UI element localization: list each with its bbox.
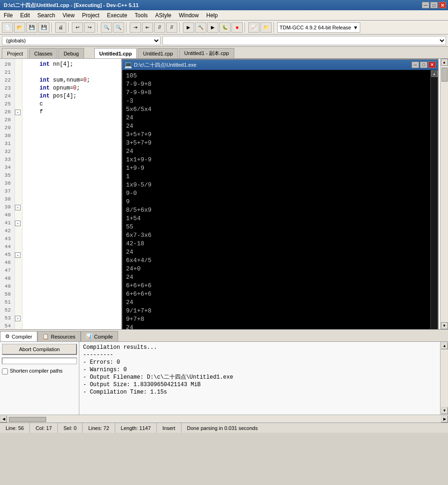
- console-scrollbar-v[interactable]: ▲ ▼: [430, 70, 438, 329]
- expand-39[interactable]: -: [15, 205, 21, 210]
- editor-scrollbar-v[interactable]: ▲ ▼: [440, 59, 448, 329]
- scroll-thumb-v[interactable]: [441, 68, 448, 82]
- expand-53[interactable]: -: [15, 316, 21, 321]
- compiler-dropdown[interactable]: TDM-GCC 4.9.2 64-bit Release ▼: [277, 22, 360, 33]
- minimize-button[interactable]: ─: [422, 2, 429, 8]
- line-num-48: 48: [2, 275, 13, 283]
- console-line-21: 42-18: [126, 240, 421, 248]
- console-close-btn[interactable]: ✕: [428, 62, 436, 68]
- tab-file-untitled1[interactable]: Untitled1.cpp: [94, 48, 137, 58]
- console-line-11: 1x1+9-9: [126, 156, 421, 164]
- maximize-button[interactable]: □: [430, 2, 438, 8]
- expand-45[interactable]: -: [15, 252, 21, 258]
- save-all-button[interactable]: 💾: [38, 22, 49, 33]
- shorten-paths-checkbox[interactable]: [2, 368, 8, 374]
- bottom-scroll-up[interactable]: ▲: [441, 342, 448, 349]
- menu-file[interactable]: File: [0, 10, 16, 20]
- toolbar-sep6: [245, 22, 246, 33]
- scroll-right-btn[interactable]: ▶: [441, 416, 448, 423]
- uncomment-button[interactable]: //: [166, 22, 177, 33]
- menu-project[interactable]: Project: [78, 10, 103, 20]
- undo-button[interactable]: ↩: [72, 22, 83, 33]
- line-num-32: 32: [2, 148, 13, 156]
- indent-button[interactable]: ⇥: [130, 22, 141, 33]
- function-toolbar: (globals): [0, 35, 448, 47]
- run-button[interactable]: ▶: [207, 22, 218, 33]
- line-num-47: 47: [2, 267, 13, 275]
- line-num-29: 29: [2, 124, 13, 132]
- compile-button[interactable]: 🔨: [195, 22, 206, 33]
- line-num-39: 39: [2, 203, 13, 211]
- console-line-14: 1x9-5/9: [126, 181, 421, 189]
- line-num-53: 53: [2, 314, 13, 322]
- console-line-29: 9/1+7+8: [126, 307, 421, 315]
- console-line-2: 7-9-9+8: [126, 80, 421, 89]
- bottom-content: Abort Compilation Shorten compiler paths…: [0, 342, 448, 415]
- scope-dropdown[interactable]: (globals): [2, 36, 161, 45]
- bottom-panel-scrollbar[interactable]: ▲ ▼: [440, 342, 448, 415]
- compile-run-button[interactable]: ▶: [183, 22, 194, 33]
- stop-button[interactable]: ■: [231, 22, 243, 33]
- save-button[interactable]: 💾: [26, 22, 37, 33]
- bottom-scroll-down[interactable]: ▼: [441, 407, 448, 414]
- replace-button[interactable]: 🔍: [113, 22, 124, 33]
- comment-button[interactable]: //: [154, 22, 165, 33]
- bottom-scrollbar-h[interactable]: ◀ ▶: [0, 415, 448, 423]
- output-line-1: Compilation results...: [83, 344, 436, 351]
- content-area: 20 21 22 23 24 25 26 28 29 30 31 32 33 3…: [0, 59, 448, 329]
- scroll-left-btn[interactable]: ◀: [0, 416, 7, 423]
- project-button[interactable]: 📁: [260, 22, 272, 33]
- menu-window[interactable]: Window: [175, 10, 203, 20]
- line-num-31: 31: [2, 140, 13, 148]
- find-button[interactable]: 🔍: [101, 22, 112, 33]
- line-num-54: 54: [2, 322, 13, 329]
- menu-execute[interactable]: Execute: [103, 10, 131, 20]
- console-line-4: -3: [126, 97, 421, 105]
- console-scroll-up[interactable]: ▲: [431, 70, 438, 77]
- open-button[interactable]: 📂: [14, 22, 25, 33]
- console-line-6: 24: [126, 114, 421, 122]
- output-line-6: - Output Size: 1.83309650421143 MiB: [83, 381, 436, 388]
- profile-button[interactable]: 📈: [248, 22, 259, 33]
- scroll-down[interactable]: ▼: [441, 322, 448, 329]
- new-button[interactable]: 📄: [2, 22, 13, 33]
- menu-help[interactable]: Help: [203, 10, 222, 20]
- scroll-thumb-h[interactable]: [9, 417, 46, 422]
- console-maximize-btn[interactable]: □: [420, 62, 427, 68]
- console-line-31: 24: [126, 324, 421, 329]
- bottom-tab-compile-log[interactable]: 📊 Compile: [81, 331, 118, 341]
- tab-file-untitled1-copy[interactable]: Untitled1 - 副本.cpp: [179, 48, 234, 58]
- expand-41[interactable]: -: [15, 221, 21, 226]
- line-num-28: 28: [2, 116, 13, 124]
- symbol-dropdown[interactable]: [162, 36, 446, 45]
- bottom-tab-resources[interactable]: 📋 Resources: [37, 331, 81, 341]
- menu-search[interactable]: Search: [34, 10, 59, 20]
- tab-project[interactable]: Project: [2, 48, 28, 58]
- bottom-tab-compiler[interactable]: ⚙ Compiler: [0, 331, 37, 341]
- tab-classes[interactable]: Classes: [29, 48, 57, 58]
- menu-tools[interactable]: Tools: [131, 10, 152, 20]
- scroll-up[interactable]: ▲: [441, 59, 448, 66]
- unindent-button[interactable]: ⇤: [142, 22, 153, 33]
- console-minimize-btn[interactable]: ─: [412, 62, 419, 68]
- tab-debug[interactable]: Debug: [58, 48, 84, 58]
- console-line-20: 6x7-3x6: [126, 231, 421, 240]
- menu-view[interactable]: View: [59, 10, 78, 20]
- menu-edit[interactable]: Edit: [16, 10, 34, 20]
- tab-file-untitled1-2[interactable]: Untitled1.cpp: [138, 48, 178, 58]
- window-controls: ─ □ ✕: [422, 2, 446, 8]
- expand-26[interactable]: -: [15, 110, 21, 115]
- line-num-26: 26: [2, 108, 13, 116]
- compile-log-icon: 📊: [86, 333, 92, 340]
- close-button[interactable]: ✕: [439, 2, 446, 8]
- toolbar-sep7: [273, 22, 275, 33]
- line-num-24: 24: [2, 92, 13, 100]
- print-button[interactable]: 🖨: [55, 22, 66, 33]
- console-line-15: 9-0: [126, 189, 421, 198]
- title-bar: D:\c\二十四点\Untitled1.cpp - [Executing] - …: [0, 0, 448, 10]
- line-num-20: 20: [2, 61, 13, 69]
- debug-button[interactable]: 🐛: [219, 22, 231, 33]
- abort-compilation-button[interactable]: Abort Compilation: [2, 344, 77, 355]
- menu-astyle[interactable]: AStyle: [152, 10, 175, 20]
- redo-button[interactable]: ↪: [84, 22, 95, 33]
